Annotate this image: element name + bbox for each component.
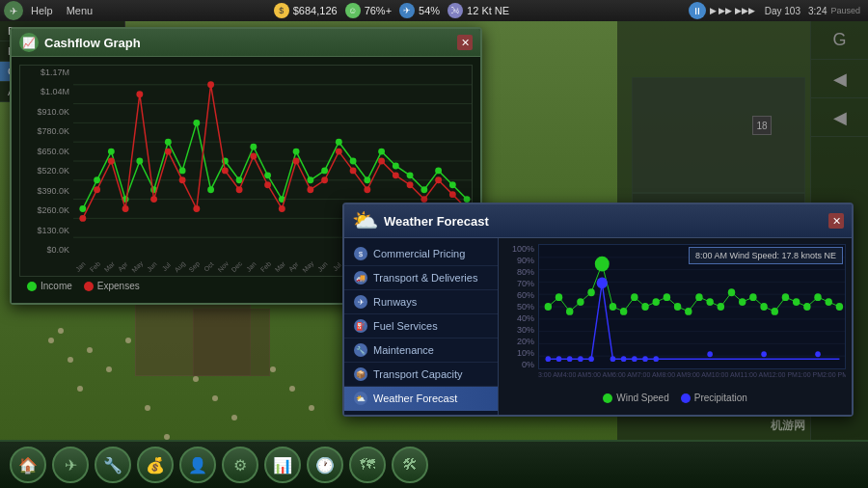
svg-point-89 — [706, 298, 713, 306]
cashflow-titlebar: 📈 Cashflow Graph ✕ — [12, 29, 480, 57]
coin-icon: $ — [274, 3, 289, 18]
menu-transport-deliveries[interactable]: 🚚 Transport & Deliveries — [344, 266, 498, 290]
svg-point-17 — [193, 120, 200, 126]
weather-y-axis: 100% 90% 80% 70% 60% 50% 40% 30% 20% 10%… — [504, 244, 538, 369]
wind-speed-dot — [603, 393, 612, 403]
pause-button[interactable]: ⏸ — [689, 2, 706, 19]
menu-menu[interactable]: Menu — [61, 3, 99, 18]
svg-point-46 — [207, 81, 214, 88]
svg-point-56 — [350, 167, 357, 174]
svg-point-16 — [179, 167, 186, 174]
svg-point-62 — [435, 176, 442, 183]
svg-point-110 — [632, 356, 637, 362]
menu-maintenance[interactable]: 🔧 Maintenance — [344, 339, 498, 363]
svg-point-63 — [449, 191, 456, 198]
menu-weather-forecast[interactable]: ⛅ Weather Forecast — [344, 387, 498, 411]
top-bar-left: ✈ Help Menu — [0, 1, 102, 20]
map-person — [289, 386, 295, 392]
svg-point-10 — [94, 176, 100, 183]
maintenance-icon: 🔧 — [354, 343, 367, 357]
svg-point-29 — [364, 176, 370, 183]
play-controls[interactable]: ▶ ▶▶ ▶▶▶ — [710, 6, 755, 15]
commercial-pricing-icon: $ — [354, 247, 367, 260]
weather-close-button[interactable]: ✕ — [828, 213, 844, 229]
svg-point-59 — [393, 172, 399, 178]
toolbar-btn-wrench[interactable]: 🔧 — [95, 447, 131, 483]
svg-point-98 — [803, 303, 810, 311]
top-bar-right: ⏸ ▶ ▶▶ ▶▶▶ Day 103 3:24 Paused — [681, 2, 868, 19]
svg-point-50 — [264, 181, 271, 188]
svg-point-82 — [631, 293, 637, 301]
app-icon: ✈ — [4, 1, 23, 20]
weather-left-menu: $ Commercial Pricing 🚚 Transport & Deliv… — [344, 238, 499, 415]
svg-point-51 — [279, 205, 285, 212]
svg-point-27 — [336, 139, 342, 146]
right-panel-btn-2[interactable]: ◀ — [811, 60, 868, 98]
toolbar-btn-map[interactable]: 🗺 — [349, 447, 386, 483]
bottom-toolbar: 🏠 ✈ 🔧 💰 👤 ⚙ 📊 🕐 🗺 🛠 — [0, 440, 868, 488]
watermark: 机游网 — [771, 418, 805, 434]
svg-point-13 — [136, 158, 143, 165]
svg-point-87 — [685, 308, 692, 315]
svg-point-25 — [307, 176, 313, 183]
svg-point-86 — [674, 303, 681, 311]
weather-body: $ Commercial Pricing 🚚 Transport & Deliv… — [344, 238, 852, 415]
time-display: 3:24 — [808, 6, 827, 16]
menu-fuel-services[interactable]: ⛽ Fuel Services — [344, 314, 498, 339]
cashflow-title: 📈 Cashflow Graph — [19, 33, 141, 52]
cashflow-close-button[interactable]: ✕ — [457, 35, 473, 50]
map-person — [270, 366, 276, 372]
right-panel-btn-1[interactable]: G — [811, 21, 868, 60]
menu-help[interactable]: Help — [25, 3, 59, 18]
menu-transport-capacity[interactable]: 📦 Transport Capacity — [344, 363, 498, 387]
weather-cloud-icon: ⛅ — [352, 208, 378, 233]
toolbar-btn-clock[interactable]: 🕐 — [307, 447, 343, 483]
svg-point-48 — [236, 186, 243, 193]
toolbar-btn-plane[interactable]: ✈ — [52, 447, 89, 483]
svg-point-44 — [179, 176, 186, 183]
wind-icon: 🌬 — [448, 3, 463, 18]
svg-point-43 — [165, 149, 172, 155]
svg-point-106 — [588, 356, 594, 362]
weather-menu-icon: ⛅ — [354, 392, 367, 405]
weather-chart-area: 100% 90% 80% 70% 60% 50% 40% 30% 20% 10%… — [499, 238, 852, 415]
svg-point-45 — [193, 205, 200, 212]
right-panel-btn-3[interactable]: ◀ — [811, 98, 868, 137]
svg-point-24 — [293, 149, 300, 155]
pause-label: Paused — [830, 6, 860, 15]
toolbar-btn-person[interactable]: 👤 — [179, 447, 216, 483]
toolbar-btn-home[interactable]: 🏠 — [10, 447, 46, 483]
runways-icon: ✈ — [354, 295, 367, 309]
svg-point-113 — [707, 351, 713, 357]
svg-point-80 — [610, 303, 616, 311]
map-person — [58, 328, 64, 334]
wind-speed-tooltip: 8:00 AM Wind Speed: 17.8 knots NE — [689, 247, 843, 264]
map-person — [68, 357, 73, 363]
road-marker: 18 — [752, 116, 772, 135]
toolbar-btn-chart[interactable]: 📊 — [264, 447, 301, 483]
wind-speed-legend: Wind Speed — [603, 393, 668, 403]
stat-happiness: ☺ 76%+ — [345, 3, 392, 18]
top-bar: ✈ Help Menu $ $684,126 ☺ 76%+ ✈ 54% 🌬 12… — [0, 0, 868, 21]
svg-point-101 — [836, 303, 843, 311]
svg-point-15 — [165, 139, 172, 146]
menu-runways[interactable]: ✈ Runways — [344, 290, 498, 314]
weather-graph-container: 100% 90% 80% 70% 60% 50% 40% 30% 20% 10%… — [504, 244, 846, 389]
toolbar-btn-gear[interactable]: ⚙ — [222, 447, 258, 483]
svg-point-76 — [566, 308, 573, 315]
map-person — [145, 405, 150, 411]
map-person — [193, 376, 199, 382]
map-person — [125, 338, 131, 343]
svg-point-93 — [749, 293, 756, 301]
menu-commercial-pricing[interactable]: $ Commercial Pricing — [344, 242, 498, 266]
svg-point-94 — [760, 303, 767, 311]
svg-point-30 — [378, 149, 385, 155]
svg-point-47 — [222, 167, 229, 174]
toolbar-btn-money[interactable]: 💰 — [137, 447, 174, 483]
svg-point-115 — [815, 351, 821, 357]
svg-point-114 — [761, 351, 767, 357]
map-person — [212, 395, 218, 401]
svg-point-53 — [307, 186, 313, 193]
weather-titlebar: ⛅ Weather Forecast ✕ — [344, 204, 852, 238]
toolbar-btn-extra[interactable]: 🛠 — [392, 447, 428, 483]
